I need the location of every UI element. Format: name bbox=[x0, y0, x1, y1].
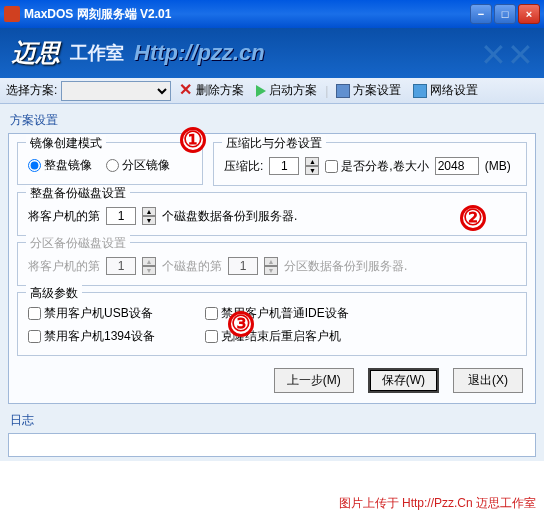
image-mode-group: 镜像创建模式 ① 整盘镜像 分区镜像 bbox=[17, 142, 203, 185]
ppart-up: ▲ bbox=[264, 257, 278, 266]
pdisk-up: ▲ bbox=[142, 257, 156, 266]
disable-usb-check[interactable]: 禁用客户机USB设备 bbox=[28, 305, 155, 322]
split-size-input[interactable] bbox=[435, 157, 479, 175]
split-unit: (MB) bbox=[485, 159, 511, 173]
fulldisk-legend: 整盘备份磁盘设置 bbox=[26, 185, 130, 202]
fulldisk-up[interactable]: ▲ bbox=[142, 207, 156, 216]
log-section: 日志 bbox=[8, 408, 536, 457]
split-check[interactable]: 是否分卷,卷大小 bbox=[325, 158, 428, 175]
section-title: 方案设置 bbox=[8, 108, 536, 133]
compress-group: 压缩比与分卷设置 压缩比: ▲▼ 是否分卷,卷大小 (MB) bbox=[213, 142, 527, 186]
network-settings-button[interactable]: 网络设置 bbox=[409, 80, 482, 101]
start-plan-button[interactable]: 启动方案 bbox=[252, 80, 321, 101]
x-icon: ✕ bbox=[179, 84, 193, 98]
pdisk-down: ▼ bbox=[142, 266, 156, 275]
banner-url: Http://pzz.cn bbox=[134, 40, 265, 66]
minimize-button[interactable]: − bbox=[470, 4, 492, 24]
footer-text: 图片上传于 Http://Pzz.Cn 迈思工作室 bbox=[339, 495, 536, 512]
ratio-input[interactable] bbox=[269, 157, 299, 175]
delete-plan-button[interactable]: ✕ 删除方案 bbox=[175, 80, 248, 101]
ratio-down[interactable]: ▼ bbox=[305, 166, 319, 175]
button-row: 上一步(M) 保存(W) 退出(X) bbox=[17, 362, 527, 395]
marker-2: ② bbox=[460, 205, 486, 231]
compress-legend: 压缩比与分卷设置 bbox=[222, 135, 326, 152]
disable-ide-check[interactable]: 禁用客户机普通IDE设备 bbox=[205, 305, 349, 322]
save-button[interactable]: 保存(W) bbox=[368, 368, 439, 393]
partition-radio[interactable]: 分区镜像 bbox=[106, 157, 170, 174]
fulldisk-backup-group: 整盘备份磁盘设置 ② 将客户机的第 ▲▼ 个磁盘数据备份到服务器. bbox=[17, 192, 527, 236]
ratio-label: 压缩比: bbox=[224, 158, 263, 175]
full-disk-radio[interactable]: 整盘镜像 bbox=[28, 157, 92, 174]
main-panel: 镜像创建模式 ① 整盘镜像 分区镜像 压缩比与分卷设置 压缩比: ▲▼ 是否分卷… bbox=[8, 133, 536, 404]
reboot-check[interactable]: 克隆结束后重启客户机 bbox=[205, 328, 349, 345]
log-box bbox=[8, 433, 536, 457]
advanced-legend: 高级参数 bbox=[26, 285, 82, 302]
select-plan-label: 选择方案: bbox=[6, 82, 57, 99]
ratio-up[interactable]: ▲ bbox=[305, 157, 319, 166]
plan-select[interactable] bbox=[61, 81, 171, 101]
banner: 迈思 工作室 Http://pzz.cn ✕✕ bbox=[0, 28, 544, 78]
banner-sub: 工作室 bbox=[70, 41, 124, 65]
close-button[interactable]: × bbox=[518, 4, 540, 24]
maximize-button[interactable]: □ bbox=[494, 4, 516, 24]
ppart-down: ▼ bbox=[264, 266, 278, 275]
titlebar: MaxDOS 网刻服务端 V2.01 − □ × bbox=[0, 0, 544, 28]
window-title: MaxDOS 网刻服务端 V2.01 bbox=[24, 6, 470, 23]
exit-button[interactable]: 退出(X) bbox=[453, 368, 523, 393]
prev-button[interactable]: 上一步(M) bbox=[274, 368, 354, 393]
fulldisk-down[interactable]: ▼ bbox=[142, 216, 156, 225]
banner-decor-icon: ✕✕ bbox=[480, 36, 534, 74]
network-icon bbox=[413, 84, 427, 98]
settings-icon bbox=[336, 84, 350, 98]
banner-logo: 迈思 bbox=[12, 37, 60, 69]
plan-settings-button[interactable]: 方案设置 bbox=[332, 80, 405, 101]
play-icon bbox=[256, 85, 266, 97]
image-mode-legend: 镜像创建模式 bbox=[26, 135, 106, 152]
marker-1: ① bbox=[180, 127, 206, 153]
advanced-group: 高级参数 ③ 禁用客户机USB设备 禁用客户机1394设备 禁用客户机普通IDE… bbox=[17, 292, 527, 356]
app-icon bbox=[4, 6, 20, 22]
marker-3: ③ bbox=[228, 311, 254, 337]
partition-part-input bbox=[228, 257, 258, 275]
fulldisk-num-input[interactable] bbox=[106, 207, 136, 225]
toolbar: 选择方案: ✕ 删除方案 启动方案 | 方案设置 网络设置 bbox=[0, 78, 544, 104]
partition-backup-group: 分区备份磁盘设置 将客户机的第 ▲▼ 个磁盘的第 ▲▼ 分区数据备份到服务器. bbox=[17, 242, 527, 286]
partition-legend: 分区备份磁盘设置 bbox=[26, 235, 130, 252]
disable-1394-check[interactable]: 禁用客户机1394设备 bbox=[28, 328, 155, 345]
log-title: 日志 bbox=[8, 408, 536, 433]
partition-disk-input bbox=[106, 257, 136, 275]
